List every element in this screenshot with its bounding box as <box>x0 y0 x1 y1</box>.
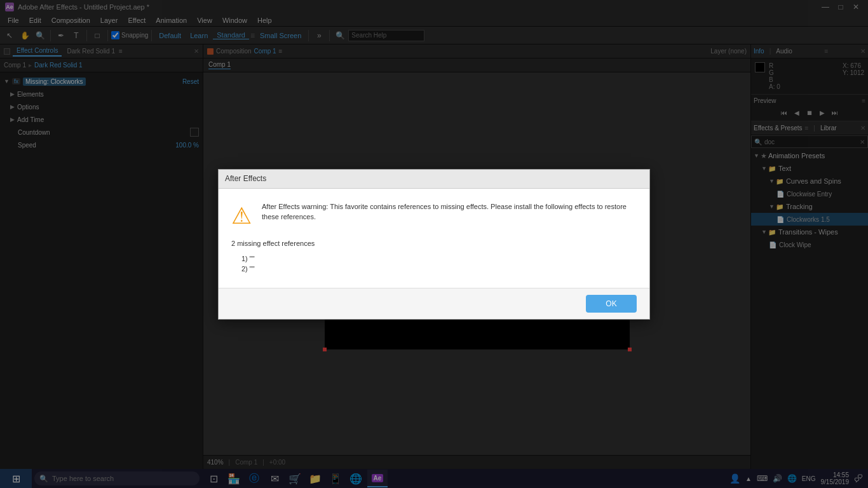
dialog-footer: OK <box>219 288 649 319</box>
dialog: After Effects ⚠ After Effects warning: T… <box>218 169 650 320</box>
dialog-body: ⚠ After Effects warning: This favorite c… <box>219 189 649 288</box>
warning-text: After Effects warning: This favorite con… <box>262 201 637 229</box>
dialog-warning-row: ⚠ After Effects warning: This favorite c… <box>231 201 637 229</box>
ok-button[interactable]: OK <box>586 295 637 313</box>
dialog-title-bar: After Effects <box>219 170 649 189</box>
dialog-overlay: After Effects ⚠ After Effects warning: T… <box>0 0 868 488</box>
missing-item-1: 1) "" <box>241 255 637 262</box>
warning-icon: ⚠ <box>231 203 252 229</box>
dialog-title-text: After Effects <box>225 174 266 183</box>
missing-item-2: 2) "" <box>241 265 637 273</box>
missing-count: 2 missing effect references <box>231 240 637 247</box>
